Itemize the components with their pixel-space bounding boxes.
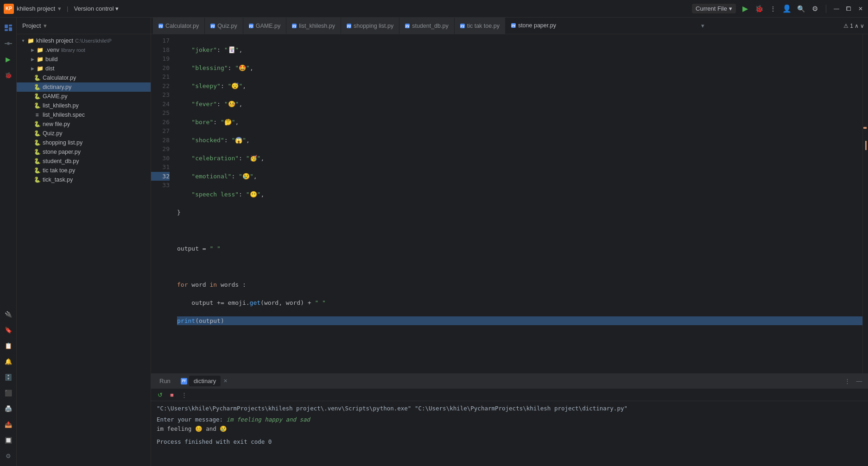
current-file-label: Current File	[696, 5, 727, 12]
quiz-py-icon: 🐍	[33, 130, 41, 137]
sidebar-print-icon[interactable]: 🖨️	[2, 402, 15, 415]
main-layout: ▶ 🐞 🔌 🔖 📋 🔔 🗄️ ⬛ 🖨️ 📤 🔲 ⚙ Project ▾ ▼ 📁 …	[0, 18, 868, 466]
tree-item-tictoe[interactable]: 🐍 tic tak toe.py	[17, 166, 151, 175]
sidebar-unknown2-icon[interactable]: ⚙	[2, 449, 15, 462]
warnings-indicator[interactable]: ⚠ 1 ∧ ∨	[843, 23, 864, 29]
maximize-button[interactable]: ⧠	[845, 5, 852, 13]
build-name: build	[45, 56, 57, 63]
warning-arrow-down[interactable]: ∨	[860, 23, 864, 29]
tree-root[interactable]: ▼ 📁 khilesh project C:\Users\khile\P	[17, 36, 151, 45]
tab-tictoe[interactable]: py tic tak toe.py	[455, 18, 506, 34]
project-dropdown-icon[interactable]: ▾	[58, 5, 61, 12]
tab-list-khilesh[interactable]: py list_khilesh.py	[286, 18, 341, 34]
svg-rect-1	[9, 25, 12, 26]
tree-item-shopping[interactable]: 🐍 shopping list.py	[17, 138, 151, 147]
run-stop-button[interactable]: ■	[167, 390, 177, 400]
tree-item-newfile[interactable]: 🐍 new file.py	[17, 120, 151, 129]
tab-stone[interactable]: py stone paper.py	[506, 18, 562, 34]
tree-item-game[interactable]: 🐍 GAME.py	[17, 92, 151, 101]
stone-tab-icon: py	[511, 23, 516, 28]
separator: |	[67, 5, 68, 12]
stone-tab-label: stone paper.py	[518, 22, 556, 29]
tab-more-button[interactable]: ▾	[697, 22, 708, 29]
sidebar-database-icon[interactable]: 🗄️	[2, 371, 15, 384]
tree-item-build[interactable]: ▶ 📁 build	[17, 55, 151, 64]
sidebar-unknown1-icon[interactable]: 🔲	[2, 434, 15, 447]
dist-name: dist	[45, 65, 54, 72]
tree-item-dictinary[interactable]: 🐍 dictinary.py	[17, 82, 151, 92]
minimize-button[interactable]: —	[833, 5, 840, 13]
code-editor[interactable]: 17 18 19 20 21 22 23 24 25 26 27 28 29 3…	[151, 34, 868, 373]
sidebar-vcs-icon[interactable]: 📤	[2, 418, 15, 431]
code-line-20: "fever": "🤒",	[177, 100, 862, 109]
ticktask-name: tick_task.py	[43, 176, 73, 183]
titlebar-right: Current File ▾ ▶ 🐞 ⋮ 👤 🔍 ⚙ — ⧠ ✕	[692, 4, 864, 13]
settings-icon[interactable]: ⚙	[810, 4, 819, 13]
code-content[interactable]: "joker": "🃏", "blessing": "🤩", "sleepy":…	[173, 34, 862, 373]
toolbar-more-button[interactable]: ⋮	[768, 4, 778, 13]
tree-item-stone[interactable]: 🐍 stone paper.py	[17, 147, 151, 157]
tree-item-list-khilesh[interactable]: 🐍 list_khilesh.py	[17, 101, 151, 110]
build-chevron-icon: ▶	[30, 57, 35, 62]
run-toolbar-more-button[interactable]: ⋮	[179, 390, 189, 400]
tab-calculator[interactable]: py Calculator.py	[153, 18, 205, 34]
tree-item-ticktask[interactable]: 🐍 tick_task.py	[17, 175, 151, 184]
tree-item-student[interactable]: 🐍 student_db.py	[17, 157, 151, 166]
dictinary-py-icon: 🐍	[33, 83, 41, 91]
calculator-tab-label: Calculator.py	[165, 23, 199, 29]
run-button[interactable]: ▶	[741, 4, 750, 13]
project-header[interactable]: Project ▾	[17, 18, 151, 34]
dictinary-tab-close-icon[interactable]: ✕	[223, 378, 228, 384]
tab-game[interactable]: py GAME.py	[243, 18, 287, 34]
tree-item-venv[interactable]: ▶ 📁 .venv library root	[17, 45, 151, 55]
project-name[interactable]: khilesh project	[17, 5, 55, 12]
run-rerun-button[interactable]: ↺	[155, 390, 165, 400]
shopping-name: shopping list.py	[43, 139, 82, 146]
debug-button[interactable]: 🐞	[754, 4, 764, 13]
terminal-prompt-line: Enter your message: im feeling happy and…	[157, 415, 862, 424]
stone-py-icon: 🐍	[33, 148, 41, 156]
terminal-content: "C:\Users\khile\PycharmProjects\khilesh …	[151, 401, 868, 466]
svg-rect-0	[5, 25, 8, 28]
bottom-more-button[interactable]: ⋮	[842, 376, 852, 386]
sidebar-project-icon[interactable]	[2, 21, 15, 34]
root-chevron-icon: ▼	[20, 38, 26, 44]
sidebar-plugins-icon[interactable]: 🔌	[2, 308, 15, 321]
tab-dictinary-run[interactable]: dictinary	[189, 376, 221, 386]
close-button[interactable]: ✕	[857, 5, 864, 13]
warning-arrow-up[interactable]: ∧	[855, 23, 859, 29]
venv-label: library root	[61, 47, 85, 53]
version-control-label: Version control	[74, 5, 114, 12]
tree-item-list-spec[interactable]: ≡ list_khilesh.spec	[17, 110, 151, 120]
code-line-23: "celebration": "🥳",	[177, 154, 862, 163]
sidebar-terminal-icon[interactable]: ⬛	[2, 386, 15, 399]
sidebar-run-icon[interactable]: ▶	[2, 53, 15, 66]
sidebar-commit-icon[interactable]	[2, 37, 15, 50]
current-file-button[interactable]: Current File ▾	[692, 4, 736, 13]
tictoe-tab-icon: py	[460, 24, 465, 28]
calculator-py-icon: 🐍	[33, 74, 41, 82]
version-control-menu[interactable]: Version control ▾	[74, 5, 119, 12]
sidebar-bookmarks-icon[interactable]: 🔖	[2, 323, 15, 336]
bottom-actions: ⋮ —	[842, 376, 864, 386]
profile-icon[interactable]: 👤	[782, 4, 792, 13]
tab-student[interactable]: py student_db.py	[399, 18, 455, 34]
ticktask-py-icon: 🐍	[33, 176, 41, 183]
right-gutter	[862, 34, 868, 373]
student-tab-label: student_db.py	[412, 23, 449, 29]
search-icon[interactable]: 🔍	[796, 4, 805, 13]
code-line-26: }	[177, 208, 862, 217]
code-line-18: "blessing": "🤩",	[177, 63, 862, 73]
tree-item-calculator[interactable]: 🐍 Calculator.py	[17, 73, 151, 82]
tab-shopping[interactable]: py shopping list.py	[341, 18, 399, 34]
bottom-minimize-button[interactable]: —	[854, 376, 864, 386]
tab-run[interactable]: Run	[155, 376, 175, 386]
terminal-process-text: Process finished with exit code 0	[157, 438, 272, 445]
sidebar-debug-icon[interactable]: 🐞	[2, 69, 15, 82]
sidebar-notifications-icon[interactable]: 🔔	[2, 355, 15, 368]
tree-item-quiz[interactable]: 🐍 Quiz.py	[17, 129, 151, 138]
sidebar-structure-icon[interactable]: 📋	[2, 339, 15, 352]
project-panel: Project ▾ ▼ 📁 khilesh project C:\Users\k…	[17, 18, 151, 466]
tab-quiz[interactable]: py Quiz.py	[205, 18, 243, 34]
tree-item-dist[interactable]: ▶ 📁 dist	[17, 64, 151, 73]
